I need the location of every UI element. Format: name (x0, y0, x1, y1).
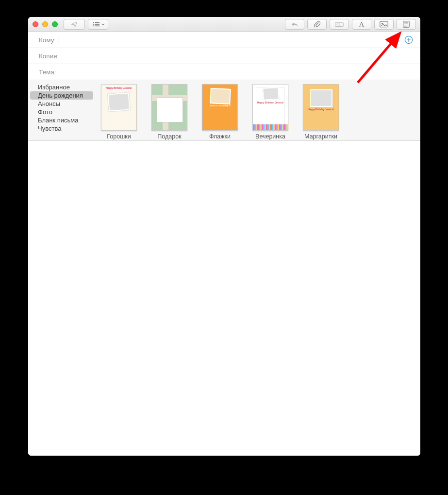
stationery-icon (403, 21, 410, 28)
subject-input[interactable] (59, 68, 414, 76)
reply-button[interactable] (285, 19, 304, 30)
toolbar-right: A (285, 19, 416, 30)
svg-rect-5 (95, 25, 100, 26)
list-icon (93, 21, 100, 27)
attach-button[interactable] (307, 19, 327, 30)
titlebar: A (28, 17, 420, 32)
minimize-window-button[interactable] (42, 21, 48, 27)
stationery-panel: Избранное День рождения Анонсы Фото Блан… (28, 80, 420, 141)
template-daisies[interactable]: Happy Birthday Jessica! Маргаритки (303, 84, 339, 140)
template-thumb-daisies: Happy Birthday Jessica! (303, 84, 339, 131)
add-contact-button[interactable] (404, 35, 414, 45)
to-input[interactable] (59, 36, 404, 44)
category-photos[interactable]: Фото (30, 108, 93, 116)
markup-toolbox-icon (335, 21, 344, 28)
close-window-button[interactable] (33, 21, 38, 27)
stationery-categories: Избранное День рождения Анонсы Фото Блан… (28, 80, 95, 140)
format-A-icon: A (359, 20, 365, 29)
subject-row: Тема: (28, 64, 420, 80)
category-birthday[interactable]: День рождения (30, 91, 93, 100)
svg-rect-4 (93, 25, 94, 26)
reply-arrow-icon (291, 21, 299, 27)
svg-rect-9 (403, 21, 409, 27)
image-icon (380, 21, 388, 28)
template-thumb-party: Happy Birthday, Jessica! (252, 84, 288, 131)
category-stationery[interactable]: Бланк письма (30, 116, 93, 124)
template-gift[interactable]: Подарок (151, 84, 187, 140)
to-label: Кому: (39, 36, 56, 44)
to-row: Кому: (28, 32, 420, 48)
category-sentiments[interactable]: Чувства (30, 124, 93, 133)
window-controls (33, 21, 58, 27)
zoom-window-button[interactable] (52, 21, 58, 27)
template-party[interactable]: Happy Birthday, Jessica! Вечеринка (252, 84, 288, 140)
subject-label: Тема: (39, 68, 56, 76)
compose-window: A Кому: (28, 17, 420, 456)
template-label: Вечеринка (255, 133, 285, 140)
cc-input[interactable] (62, 52, 414, 60)
paper-plane-icon (70, 21, 79, 28)
send-button[interactable] (64, 19, 85, 30)
template-thumb-gift (151, 84, 187, 131)
svg-rect-1 (95, 22, 100, 23)
category-favorites[interactable]: Избранное (30, 83, 93, 91)
svg-rect-2 (93, 24, 94, 25)
chevron-down-icon (101, 23, 105, 26)
svg-point-8 (382, 23, 383, 24)
paperclip-icon (314, 20, 320, 28)
template-label: Флажки (209, 133, 231, 140)
message-body[interactable] (28, 141, 420, 456)
template-label: Подарок (157, 133, 181, 140)
category-announcements[interactable]: Анонсы (30, 100, 93, 108)
header-fields-dropdown[interactable] (88, 19, 108, 30)
template-label: Маргаритки (304, 133, 337, 140)
template-banners[interactable]: Jessica is turning 6! Флажки (202, 84, 238, 140)
template-thumb-banners: Jessica is turning 6! (202, 84, 238, 131)
template-label: Горошки (107, 133, 131, 140)
photo-browser-button[interactable] (374, 19, 394, 30)
stationery-thumbnails: Happy Birthday Jessica! Горошки Подарок … (95, 80, 420, 140)
markup-button[interactable] (330, 19, 349, 30)
cc-label: Копия: (39, 52, 59, 60)
template-thumb-dots: Happy Birthday Jessica! (101, 84, 137, 131)
svg-rect-3 (95, 24, 100, 25)
template-dots[interactable]: Happy Birthday Jessica! Горошки (101, 84, 137, 140)
message-headers: Кому: Копия: Тема: (28, 32, 420, 80)
cc-row: Копия: (28, 48, 420, 64)
format-button[interactable]: A (352, 19, 371, 30)
svg-rect-0 (93, 22, 94, 23)
plus-circle-icon (404, 35, 413, 44)
stationery-button[interactable] (397, 19, 416, 30)
